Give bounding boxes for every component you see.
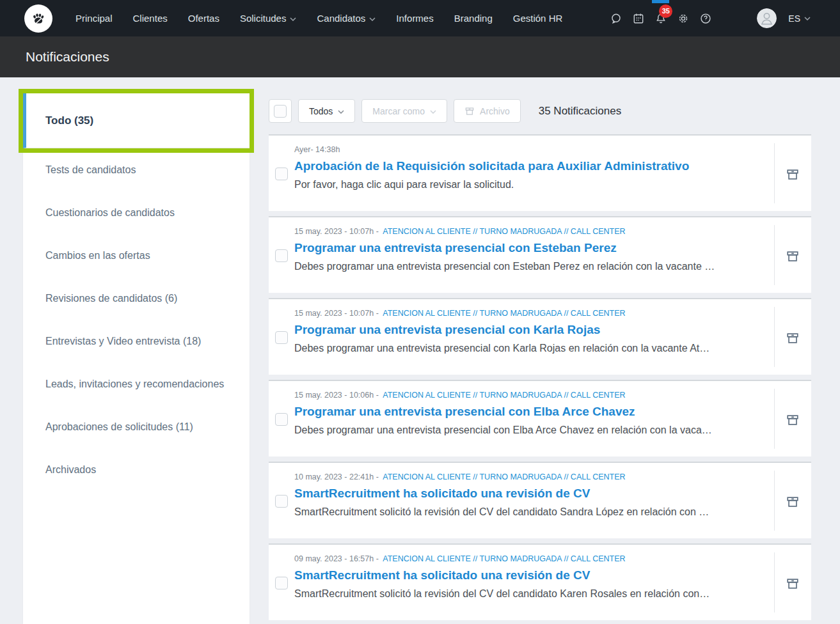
archive-icon bbox=[786, 577, 800, 591]
notification-timestamp: 09 may. 2023 - 16:57h - bbox=[294, 554, 379, 563]
notification-card: Ayer- 14:38h Aprobación de la Requisició… bbox=[269, 134, 811, 211]
select-all-checkbox[interactable] bbox=[274, 105, 287, 118]
sidebar-filter-todo[interactable]: Todo (35) bbox=[23, 93, 250, 148]
top-navbar: Principal Clientes Ofertas Solicitudes C… bbox=[0, 0, 840, 36]
notification-card: 15 may. 2023 - 10:07h - ATENCION AL CLIE… bbox=[269, 216, 811, 293]
archive-icon bbox=[464, 106, 475, 116]
notifications-toolbar: Todos Marcar como Archivo 35 Notificacio… bbox=[269, 99, 811, 123]
divider bbox=[774, 471, 775, 531]
divider bbox=[774, 389, 775, 449]
archive-icon bbox=[786, 331, 800, 345]
notification-context-link[interactable]: ATENCION AL CLIENTE // TURNO MADRUGADA /… bbox=[383, 309, 625, 318]
select-all-button[interactable] bbox=[269, 99, 292, 123]
page-header: Notificaciones bbox=[0, 36, 840, 77]
notifications-bell-icon[interactable]: 35 bbox=[654, 12, 667, 25]
divider bbox=[774, 552, 775, 612]
language-selector[interactable]: ES bbox=[788, 13, 811, 24]
notification-context-link[interactable]: ATENCION AL CLIENTE // TURNO MADRUGADA /… bbox=[383, 554, 625, 563]
notification-body: SmartRecruitment solicitó la revisión de… bbox=[294, 588, 736, 600]
notification-title-link[interactable]: Programar una entrevista presencial con … bbox=[294, 323, 736, 337]
sidebar-filter-revisiones-de-candidatos[interactable]: Revisiones de candidatos (6) bbox=[23, 277, 250, 320]
nav-item-gesti-n-hr[interactable]: Gestión HR bbox=[513, 13, 563, 24]
notification-context-link[interactable]: ATENCION AL CLIENTE // TURNO MADRUGADA /… bbox=[383, 391, 625, 400]
chevron-down-icon bbox=[804, 17, 811, 20]
chevron-down-icon bbox=[290, 17, 296, 21]
notification-body: SmartRecruitment solicitó la revisión de… bbox=[294, 506, 736, 518]
notification-context-link[interactable]: ATENCION AL CLIENTE // TURNO MADRUGADA /… bbox=[383, 472, 625, 481]
notification-title-link[interactable]: Programar una entrevista presencial con … bbox=[294, 241, 736, 255]
divider bbox=[774, 143, 775, 203]
calendar-icon[interactable] bbox=[632, 12, 645, 25]
sidebar-filter-archivados[interactable]: Archivados bbox=[23, 448, 250, 491]
archive-button-label: Archivo bbox=[480, 106, 510, 116]
nav-item-ofertas[interactable]: Ofertas bbox=[188, 13, 219, 24]
notification-title-link[interactable]: SmartRecruitment ha solicitado una revis… bbox=[294, 568, 736, 582]
chevron-down-icon bbox=[369, 17, 376, 21]
person-icon bbox=[757, 8, 777, 28]
archive-icon bbox=[786, 413, 800, 427]
notification-meta: 15 may. 2023 - 10:06h - ATENCION AL CLIE… bbox=[294, 391, 736, 400]
archive-icon bbox=[786, 495, 800, 509]
app-logo[interactable] bbox=[24, 4, 52, 33]
notification-count-text: 35 Notificaciones bbox=[539, 105, 621, 118]
notification-checkbox[interactable] bbox=[275, 249, 288, 262]
filter-dropdown[interactable]: Todos bbox=[298, 99, 355, 123]
notifications-list: Ayer- 14:38h Aprobación de la Requisició… bbox=[269, 134, 811, 620]
archive-notification-button[interactable] bbox=[784, 494, 801, 510]
nav-item-candidatos[interactable]: Candidatos bbox=[317, 13, 376, 24]
notification-meta: Ayer- 14:38h bbox=[294, 145, 736, 154]
gear-icon[interactable] bbox=[677, 12, 690, 25]
notification-context-link[interactable]: ATENCION AL CLIENTE // TURNO MADRUGADA /… bbox=[383, 227, 625, 236]
chevron-down-icon bbox=[338, 110, 344, 114]
main-navigation: Principal Clientes Ofertas Solicitudes C… bbox=[75, 13, 562, 24]
page-title: Notificaciones bbox=[26, 49, 109, 65]
sidebar-filter-cuestionarios-de-candidatos[interactable]: Cuestionarios de candidatos bbox=[23, 191, 250, 234]
notification-title-link[interactable]: SmartRecruitment ha solicitado una revis… bbox=[294, 487, 736, 501]
archive-notification-button[interactable] bbox=[784, 166, 801, 183]
notification-meta: 15 may. 2023 - 10:07h - ATENCION AL CLIE… bbox=[294, 227, 736, 236]
help-icon[interactable] bbox=[699, 12, 712, 25]
notification-card: 09 may. 2023 - 16:57h - ATENCION AL CLIE… bbox=[269, 543, 811, 620]
nav-item-principal[interactable]: Principal bbox=[75, 13, 113, 24]
sidebar-filter-tests-de-candidatos[interactable]: Tests de candidatos bbox=[23, 148, 250, 191]
archive-notification-button[interactable] bbox=[784, 248, 801, 265]
nav-item-branding[interactable]: Branding bbox=[454, 13, 493, 24]
notification-body: Por favor, haga clic aqui para revisar l… bbox=[294, 179, 736, 191]
notification-meta: 09 may. 2023 - 16:57h - ATENCION AL CLIE… bbox=[294, 554, 736, 563]
notification-title-link[interactable]: Aprobación de la Requisición solicitada … bbox=[294, 159, 736, 173]
nav-item-informes[interactable]: Informes bbox=[396, 13, 433, 24]
notification-timestamp: 15 may. 2023 - 10:07h - bbox=[294, 309, 379, 318]
paw-icon bbox=[29, 10, 47, 27]
sidebar-filter-aprobaciones-de-solicitudes[interactable]: Aprobaciones de solicitudes (11) bbox=[23, 405, 250, 448]
notification-title-link[interactable]: Programar una entrevista presencial con … bbox=[294, 405, 736, 419]
notification-checkbox[interactable] bbox=[275, 168, 288, 180]
nav-item-clientes[interactable]: Clientes bbox=[133, 13, 168, 24]
notification-card: 15 may. 2023 - 10:06h - ATENCION AL CLIE… bbox=[269, 380, 811, 456]
notification-card: 10 may. 2023 - 22:41h - ATENCION AL CLIE… bbox=[269, 462, 811, 538]
sidebar-filter-leads-invitaciones-y-recomendaciones[interactable]: Leads, invitaciones y recomendaciones bbox=[23, 363, 250, 405]
archive-notification-button[interactable] bbox=[784, 412, 801, 428]
nav-item-solicitudes[interactable]: Solicitudes bbox=[240, 13, 297, 24]
notification-body: Debes programar una entrevista presencia… bbox=[294, 425, 736, 436]
user-avatar[interactable] bbox=[757, 8, 777, 28]
mark-as-dropdown[interactable]: Marcar como bbox=[361, 99, 447, 123]
notification-checkbox[interactable] bbox=[275, 413, 288, 426]
language-label: ES bbox=[788, 13, 800, 24]
sidebar-filter-entrevistas-y-video-entrevista[interactable]: Entrevistas y Video entrevista (18) bbox=[23, 320, 250, 363]
active-tab-indicator bbox=[652, 0, 669, 3]
chat-icon[interactable] bbox=[610, 12, 622, 25]
notification-card: 15 may. 2023 - 10:07h - ATENCION AL CLIE… bbox=[269, 298, 811, 375]
notification-checkbox[interactable] bbox=[275, 331, 288, 344]
mark-as-label: Marcar como bbox=[372, 106, 425, 116]
archive-icon bbox=[786, 168, 800, 182]
notification-checkbox[interactable] bbox=[275, 577, 288, 589]
notification-count-badge: 35 bbox=[659, 4, 672, 18]
archive-notification-button[interactable] bbox=[784, 330, 801, 347]
notification-timestamp: 15 may. 2023 - 10:06h - bbox=[294, 391, 379, 400]
archive-notification-button[interactable] bbox=[784, 575, 801, 592]
archive-button[interactable]: Archivo bbox=[454, 99, 521, 123]
filter-dropdown-label: Todos bbox=[309, 106, 333, 116]
archive-icon bbox=[786, 249, 800, 263]
notification-checkbox[interactable] bbox=[275, 495, 288, 508]
sidebar-filter-cambios-en-las-ofertas[interactable]: Cambios en las ofertas bbox=[23, 234, 250, 277]
